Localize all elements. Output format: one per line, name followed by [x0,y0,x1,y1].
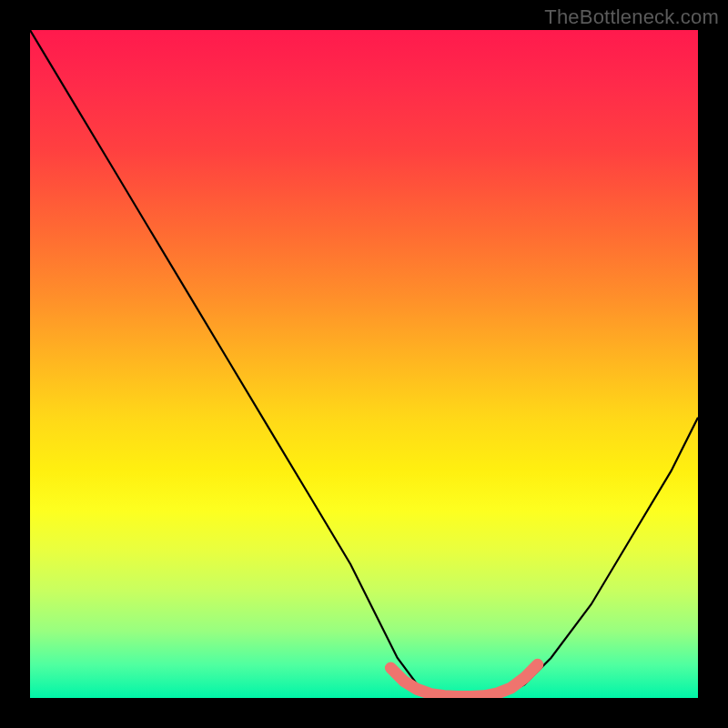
chart-stage: TheBottleneck.com [0,0,728,728]
bottom-highlight [390,664,537,696]
bottleneck-curve [30,30,698,698]
watermark-text: TheBottleneck.com [544,5,719,29]
chart-svg [30,30,698,698]
